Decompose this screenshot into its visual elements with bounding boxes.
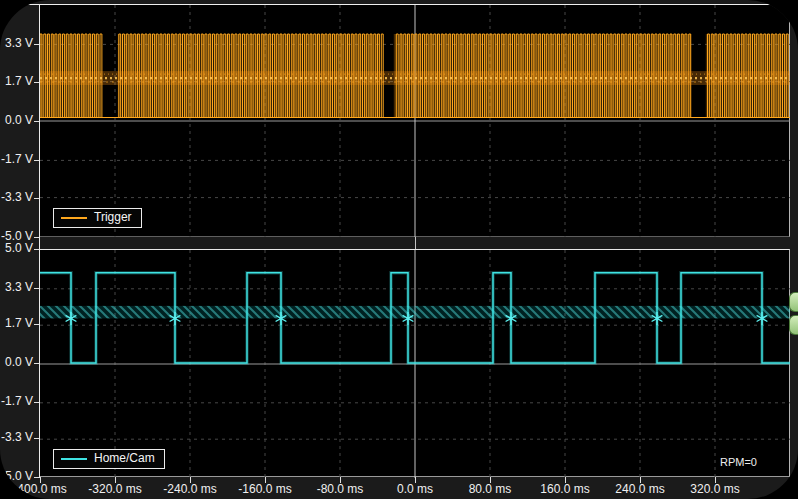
x-tick-mark [265, 477, 266, 483]
x-tick-label: 240.0 ms [598, 482, 682, 496]
y-tick-label: 1.7 V [0, 75, 33, 88]
trigger-plot [40, 5, 790, 237]
x-tick-label: 320.0 ms [673, 482, 757, 496]
legend-home-cam[interactable]: Home/Cam [53, 449, 165, 469]
cam-waveform-panel[interactable]: Home/Cam RPM=0 [40, 249, 790, 477]
y-tick-mark [34, 121, 39, 122]
y-tick-label: 1.7 V [0, 317, 33, 330]
x-tick-label: -320.0 ms [73, 482, 157, 496]
y-tick-mark [34, 324, 39, 325]
cam-plot [40, 250, 790, 478]
legend-trigger-label: Trigger [94, 210, 132, 225]
y-tick-label: -3.3 V [0, 191, 33, 204]
x-tick-mark [115, 477, 116, 483]
trigger-line-sample [61, 217, 87, 219]
x-tick-mark [190, 477, 191, 483]
y-tick-mark [34, 288, 39, 289]
cam-line-sample [61, 458, 87, 460]
x-tick-mark [640, 477, 641, 483]
zero-time-cursor-segment [415, 237, 416, 249]
y-tick-mark [34, 160, 39, 161]
x-tick-label: 160.0 ms [523, 482, 607, 496]
y-tick-mark [34, 402, 39, 403]
x-tick-label: 0.0 ms [373, 482, 457, 496]
y-tick-label: -1.7 V [0, 395, 33, 408]
x-tick-mark [40, 477, 41, 483]
rpm-status: RPM=0 [720, 456, 757, 468]
oscilloscope-screen: Trigger Home/Cam RPM=0 3.3 V1.7 V0.0 V-1… [0, 0, 798, 499]
y-tick-label: 0.0 V [0, 356, 33, 369]
legend-trigger[interactable]: Trigger [53, 208, 142, 228]
x-tick-mark [340, 477, 341, 483]
y-tick-mark [34, 363, 39, 364]
y-tick-mark [34, 237, 39, 238]
y-axis-line [39, 4, 40, 478]
x-tick-mark [565, 477, 566, 483]
y-tick-label: 3.3 V [0, 37, 33, 50]
side-panel-handle-button-2[interactable] [789, 315, 798, 335]
legend-home-cam-label: Home/Cam [94, 451, 155, 466]
side-panel-handle-button-1[interactable] [789, 292, 798, 312]
x-tick-label: 80.0 ms [448, 482, 532, 496]
scope-app-window: Trigger Home/Cam RPM=0 3.3 V1.7 V0.0 V-1… [0, 0, 798, 499]
y-tick-label: -3.3 V [0, 431, 33, 444]
x-tick-label: -400.0 ms [0, 482, 82, 496]
y-tick-mark [34, 477, 39, 478]
y-tick-mark [34, 82, 39, 83]
trigger-waveform-panel[interactable]: Trigger [40, 5, 790, 237]
x-tick-mark [490, 477, 491, 483]
cam-threshold-band [40, 306, 790, 319]
y-tick-label: 0.0 V [0, 114, 33, 127]
x-tick-label: -80.0 ms [298, 482, 382, 496]
x-tick-label: -240.0 ms [148, 482, 232, 496]
y-tick-label: -1.7 V [0, 153, 33, 166]
x-tick-mark [415, 477, 416, 483]
y-tick-label: 5.0 V [0, 242, 33, 255]
y-tick-mark [34, 438, 39, 439]
x-tick-mark [715, 477, 716, 483]
y-tick-mark [34, 44, 39, 45]
y-tick-mark [34, 249, 39, 250]
y-tick-mark [34, 198, 39, 199]
x-tick-label: -160.0 ms [223, 482, 307, 496]
y-tick-label: 3.3 V [0, 281, 33, 294]
